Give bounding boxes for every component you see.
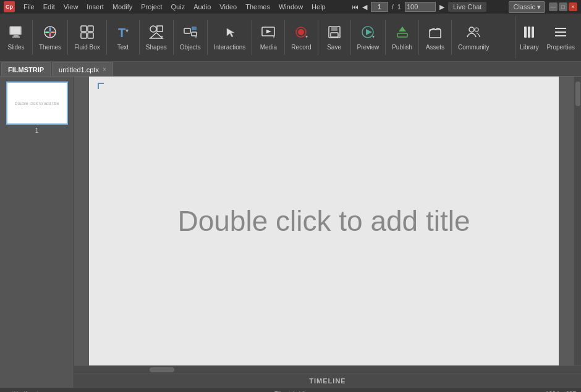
h-scrollbar-thumb[interactable] [150,367,174,372]
title-bar-center: ⏮ ◀ / 1 ▶ Live Chat [352,2,487,12]
divider-7 [252,20,252,55]
library-button[interactable]: Library [515,16,543,59]
menu-window[interactable]: Window [275,2,307,12]
svg-rect-40 [555,31,566,33]
svg-text:▾: ▾ [161,34,163,40]
divider-8 [284,20,285,55]
menu-video[interactable]: Video [216,2,240,12]
svg-marker-19 [266,30,271,33]
svg-marker-32 [399,27,406,31]
record-icon: ▾ [294,25,308,43]
shapes-button[interactable]: ▾ Shapes [142,16,171,59]
menu-quiz[interactable]: Quiz [168,2,189,12]
tab-close-button[interactable]: × [103,66,106,73]
nav-icon-prev[interactable]: ◀ [362,3,367,11]
document-tab[interactable]: untitled1.cptx × [52,62,113,76]
divider-5 [173,20,174,55]
community-button[interactable]: Community [454,16,493,59]
assets-label: Assets [426,44,444,51]
v-scrollbar-thumb[interactable] [575,81,580,106]
divider-2 [67,20,68,55]
window-controls: — □ × [549,2,577,11]
horizontal-scrollbar[interactable] [74,365,581,373]
menu-edit[interactable]: Edit [40,2,59,12]
themes-label: Themes [39,44,61,51]
menu-modify[interactable]: Modify [109,2,136,12]
community-label: Community [458,44,490,51]
preview-icon: ▾ [360,25,375,43]
toolbar: Slides Themes Fluid Box [0,14,581,62]
svg-rect-14 [184,28,190,33]
title-bar-left: Cp File Edit View Insert Modify Project … [4,1,329,12]
canvas-title[interactable]: Double click to add title [177,204,470,238]
menu-project[interactable]: Project [137,2,166,12]
objects-label: Objects [180,44,201,51]
menu-audio[interactable]: Audio [190,2,214,12]
document-tab-label: untitled1.cptx [59,66,99,73]
media-label: Media [260,44,277,51]
fluidbox-button[interactable]: Fluid Box [70,16,104,59]
themes-button[interactable]: Themes [35,16,65,59]
library-label: Library [520,44,539,51]
timeline-label: TIMELINE [309,377,346,385]
nav-icon-left: ⏮ [352,3,358,10]
total-pages: 1 [397,3,401,10]
menu-bar: File Edit View Insert Modify Project Qui… [20,2,329,12]
properties-label: Properties [546,44,575,51]
slides-button[interactable]: Slides [2,16,30,59]
svg-rect-1 [14,35,19,36]
menu-insert[interactable]: Insert [83,2,108,12]
svg-rect-0 [10,27,21,35]
title-bar: Cp File Edit View Insert Modify Project … [0,0,581,14]
classic-button[interactable]: Classic ▾ [509,1,545,13]
slide-canvas[interactable]: Double click to add title [89,77,559,365]
text-button[interactable]: T ▾ Text [109,16,137,59]
timeline-bar[interactable]: TIMELINE [74,373,581,388]
properties-button[interactable]: Properties [543,16,579,59]
publish-icon [395,25,410,43]
toolbar-right: Library Properties [515,16,579,59]
slides-label: Slides [7,44,24,51]
canvas-scroll-area: Double click to add title [74,77,581,365]
minimize-button[interactable]: — [549,2,558,11]
slides-icon [9,25,23,43]
svg-point-34 [469,27,474,32]
save-button[interactable]: ▾ Save [321,16,348,59]
close-button[interactable]: × [569,2,577,11]
community-icon [466,25,481,43]
preview-button[interactable]: ▾ Preview [354,16,383,59]
svg-rect-11 [157,26,163,31]
nav-icon-next[interactable]: ▶ [439,3,444,11]
svg-point-22 [298,29,304,35]
fluidbox-icon [80,25,95,43]
filmstrip-tab[interactable]: FILMSTRIP [1,62,51,76]
app-logo: Cp [4,1,15,12]
vertical-scrollbar[interactable] [574,77,581,365]
maximize-button[interactable]: □ [559,2,567,11]
canvas-handle [98,83,104,89]
menu-view[interactable]: View [60,2,82,12]
svg-rect-31 [397,33,407,37]
zoom-input[interactable] [405,2,436,12]
menu-file[interactable]: File [20,2,38,12]
themes-icon [43,25,57,43]
menu-themes[interactable]: Themes [242,2,274,12]
svg-rect-36 [524,27,527,38]
current-page-input[interactable] [371,2,388,12]
filmstrip-panel: Double click to add title 1 [0,77,74,388]
svg-text:▾: ▾ [305,34,308,40]
live-chat-label[interactable]: Live Chat [448,2,486,12]
objects-button[interactable]: ▾ Objects [176,16,205,59]
assets-button[interactable]: Assets [422,16,449,59]
media-button[interactable]: ▾ Media [255,16,282,59]
slide-thumbnail-1[interactable]: Double click to add title [6,81,68,125]
interactions-button[interactable]: Interactions [210,16,250,59]
svg-rect-2 [12,36,20,38]
svg-rect-39 [555,28,566,29]
record-button[interactable]: ▾ Record [287,16,315,59]
divider-9 [318,20,318,55]
menu-help[interactable]: Help [308,2,329,12]
svg-rect-15 [192,27,197,30]
publish-button[interactable]: Publish [388,16,416,59]
text-label: Text [117,44,129,51]
